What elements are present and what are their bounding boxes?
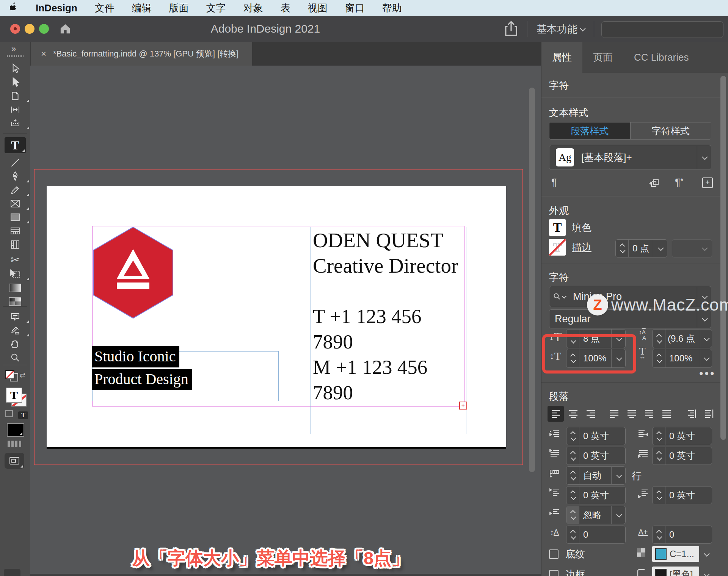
paragraph-styles-tab[interactable]: 段落样式 <box>549 122 630 139</box>
type-tool-active[interactable]: T <box>5 137 26 153</box>
leading-field[interactable]: (9.6 点 <box>652 329 712 348</box>
tab-properties[interactable]: 属性 <box>541 42 582 73</box>
collapse-panel-icon[interactable]: » <box>11 44 16 54</box>
indent-left-field[interactable]: 0 英寸 <box>566 427 626 445</box>
content-collector-tool[interactable] <box>0 116 30 130</box>
tab-cc-libraries[interactable]: CC Libraries <box>623 42 700 73</box>
swap-fill-stroke-icon[interactable]: ⇄ <box>20 371 25 379</box>
menu-help[interactable]: 帮助 <box>382 2 402 15</box>
drop-cap-lines-value: 0 <box>579 529 625 540</box>
align-left-button[interactable] <box>548 406 564 422</box>
menu-view[interactable]: 视图 <box>308 2 328 15</box>
vertical-scrollbar[interactable] <box>529 88 535 472</box>
selection-tool[interactable] <box>0 61 30 76</box>
space-after-field[interactable]: 0 英寸 <box>652 486 712 504</box>
frame-tool[interactable] <box>0 196 30 211</box>
pen-tool[interactable] <box>0 169 30 184</box>
overset-text-indicator[interactable]: + <box>459 402 467 410</box>
formatting-affects-toggles[interactable]: T <box>5 410 28 419</box>
menu-layout[interactable]: 版面 <box>169 2 189 15</box>
shading-checkbox[interactable] <box>549 549 559 559</box>
screen-mode-button[interactable] <box>5 453 24 469</box>
document-tab[interactable]: × *Basic_formatting.indd @ 137% [GPU 预览]… <box>30 42 252 66</box>
menu-type[interactable]: 文字 <box>206 2 226 15</box>
line-tool[interactable] <box>0 155 30 170</box>
menu-app-name[interactable]: InDesign <box>36 2 77 14</box>
space-before-field[interactable]: 0 英寸 <box>566 486 626 504</box>
affects-text-toggle[interactable]: T <box>18 411 28 419</box>
free-transform-tool[interactable] <box>0 267 30 281</box>
logo-hexagon[interactable] <box>92 226 174 320</box>
clear-overrides-icon[interactable]: ¶* <box>675 177 683 188</box>
indent-first-line-field[interactable]: 0 英寸 <box>566 447 626 465</box>
vertical-grid-tool[interactable] <box>0 237 30 252</box>
justify-left-button[interactable] <box>606 406 623 422</box>
chevron-down-icon <box>580 25 586 31</box>
apple-icon[interactable] <box>10 2 18 14</box>
selected-text-block[interactable]: Studio Iconic Product Design <box>92 346 192 392</box>
align-toward-spine-button[interactable] <box>684 406 700 422</box>
align-away-spine-button[interactable] <box>701 406 717 422</box>
zoom-tool[interactable] <box>0 350 30 365</box>
shading-row: 底纹 <box>549 548 585 561</box>
tab-pages[interactable]: 页面 <box>582 42 623 73</box>
card-text[interactable]: ODEN QUEST Creative Director T +1 123 45… <box>313 228 472 405</box>
divider <box>541 97 720 98</box>
align-center-button[interactable] <box>565 406 581 422</box>
grid-field[interactable]: 自动 <box>566 466 626 485</box>
shading-color-dropdown[interactable]: C=1... <box>652 546 713 562</box>
apply-color-button[interactable] <box>7 423 24 437</box>
justify-right-button[interactable] <box>641 406 657 422</box>
stroke-swatch[interactable]: T <box>549 239 566 256</box>
redefine-style-icon[interactable] <box>648 178 660 190</box>
leading-value: (9.6 点 <box>665 333 700 345</box>
fill-label[interactable]: 填色 <box>572 221 592 234</box>
rectangle-tool[interactable] <box>0 210 30 224</box>
stroke-label[interactable]: 描边 <box>572 241 592 254</box>
view-options-icon[interactable] <box>8 441 23 447</box>
paragraph-style-dropdown[interactable]: Ag [基本段落]+ <box>549 145 711 170</box>
eyedropper-tool[interactable] <box>0 323 30 337</box>
scissors-tool[interactable]: ✂ <box>0 253 30 267</box>
new-style-icon[interactable]: + <box>702 177 713 188</box>
panel-grip-icon[interactable] <box>7 55 24 57</box>
indent-last-line-field[interactable]: 0 英寸 <box>652 447 712 465</box>
stroke-type-dropdown[interactable] <box>672 239 712 257</box>
search-input[interactable] <box>601 21 723 38</box>
justify-all-button[interactable] <box>659 406 675 422</box>
indent-last-line-value: 0 英寸 <box>665 450 712 462</box>
workspace-switcher[interactable]: 基本功能 <box>537 22 577 36</box>
paragraph-mark-icon[interactable]: ¶ <box>551 177 557 188</box>
share-icon[interactable] <box>504 20 518 39</box>
horizontal-scale-field[interactable]: 100% <box>652 349 712 368</box>
stroke-weight-field[interactable]: 0 点 <box>615 239 667 257</box>
menu-edit[interactable]: 编辑 <box>132 2 152 15</box>
fill-swatch[interactable]: T <box>549 219 566 236</box>
gradient-swatch-tool[interactable] <box>0 281 30 295</box>
hand-tool[interactable] <box>0 337 30 351</box>
align-right-button[interactable] <box>582 406 599 422</box>
justify-center-button[interactable] <box>624 406 640 422</box>
drop-cap-chars-field[interactable]: 0 <box>652 526 712 544</box>
menu-window[interactable]: 窗口 <box>345 2 365 15</box>
border-color-dropdown[interactable]: [黑色] <box>652 567 713 576</box>
menu-table[interactable]: 表 <box>281 2 290 15</box>
close-tab-icon[interactable]: × <box>41 49 46 59</box>
panel-scrollbar[interactable] <box>720 76 726 440</box>
page-tool[interactable] <box>0 89 30 103</box>
character-styles-tab[interactable]: 字符样式 <box>630 122 711 139</box>
direct-selection-tool[interactable] <box>0 75 30 89</box>
indent-right-field[interactable]: 0 英寸 <box>652 427 712 445</box>
note-tool[interactable] <box>0 309 30 324</box>
align-to-grid-field[interactable]: 忽略 <box>566 506 626 524</box>
border-checkbox[interactable] <box>549 570 559 576</box>
menu-object[interactable]: 对象 <box>243 2 263 15</box>
drop-cap-lines-field[interactable]: 0 <box>566 526 626 544</box>
horizontal-grid-tool[interactable] <box>0 224 30 238</box>
gap-tool[interactable] <box>0 102 30 117</box>
more-options-icon[interactable]: ••• <box>699 367 716 380</box>
pencil-tool[interactable] <box>0 183 30 197</box>
document-canvas[interactable]: ODEN QUEST Creative Director T +1 123 45… <box>30 66 541 574</box>
menu-file[interactable]: 文件 <box>95 2 115 15</box>
macos-menu-bar: InDesign 文件 编辑 版面 文字 对象 表 视图 窗口 帮助 <box>0 0 728 16</box>
